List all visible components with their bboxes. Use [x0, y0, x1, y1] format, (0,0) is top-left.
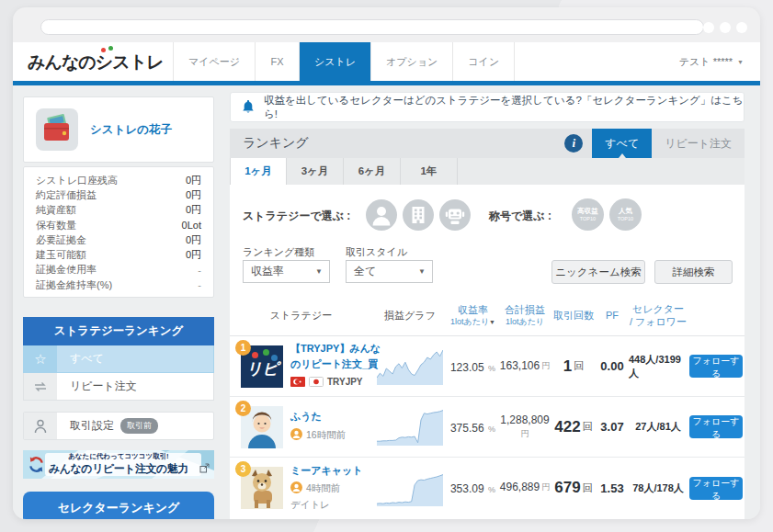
strategy-avatar[interactable]: 2 [241, 406, 283, 448]
building-strategy-icon[interactable] [403, 199, 434, 231]
star-icon: ☆ [24, 345, 57, 372]
stat-row: 建玉可能額0円 [36, 247, 201, 262]
person-strategy-icon[interactable] [366, 199, 397, 231]
trader-badge-icon [290, 427, 302, 444]
circular-arrows-icon [28, 456, 45, 477]
follow-button[interactable]: フォローする [689, 415, 743, 438]
stat-label: シストレ口座残高 [36, 174, 118, 187]
external-link-icon [199, 460, 210, 477]
period-tabs: 1ヶ月 3ヶ月 6ヶ月 1年 [230, 158, 745, 185]
popular-top10-badge[interactable]: 人気 TOP10 [609, 198, 642, 231]
tab-1year[interactable]: 1年 [401, 158, 458, 185]
sidebar-item-repeat-order[interactable]: リピート注文 [23, 373, 214, 401]
col-header-pf[interactable]: PF [596, 296, 629, 335]
stat-value: 0円 [186, 174, 201, 187]
profile-name-link[interactable]: シストレの花子 [90, 122, 172, 138]
stat-row: 約定評価損益0円 [36, 187, 201, 202]
robot-strategy-icon[interactable] [439, 199, 471, 231]
col-header-trades[interactable]: 取引回数 [551, 296, 596, 335]
tab-1month[interactable]: 1ヶ月 [230, 158, 287, 185]
ranking-type-value: 収益率 [251, 264, 284, 279]
strategy-ranking-menu-header[interactable]: ストラテジーランキング [23, 317, 214, 345]
follow-button[interactable]: フォローする [689, 355, 743, 378]
stat-value: - [198, 265, 201, 276]
nav-item-option[interactable]: オプション [370, 42, 452, 81]
notice-text: 収益を出しているセレクターはどのストラテジーを選択している?「セレクターランキン… [264, 94, 744, 121]
stat-row: 証拠金使用率- [36, 263, 201, 277]
toggle-repeat-order[interactable]: リピート注文 [652, 136, 745, 152]
stat-label: 約定評価損益 [36, 188, 97, 202]
stat-value: 0円 [186, 233, 201, 247]
col-header-profit[interactable]: 合計損益1lotあたり [498, 296, 551, 335]
detail-search-button[interactable]: 詳細検索 [654, 260, 733, 284]
tab-6months[interactable]: 6ヶ月 [344, 158, 401, 185]
chevron-down-icon: ▼ [737, 59, 744, 65]
selector-ranking-button[interactable]: セレクターランキング [23, 492, 214, 519]
title-badge-filters: 高収益 TOP10 人気 TOP10 [572, 198, 642, 231]
strategy-name-link[interactable]: ミーアキャット [290, 464, 363, 477]
browser-chrome [13, 7, 760, 42]
stat-label: 純資産額 [36, 203, 76, 217]
logo-green-dot-icon [108, 46, 113, 51]
app-logo[interactable]: みんなのシストレ [28, 51, 164, 74]
col-header-selector[interactable]: セレクター/ フォロワー [629, 296, 688, 335]
trade-style-select[interactable]: 全て ▼ [346, 260, 433, 283]
stat-label: 証拠金使用率 [36, 263, 97, 277]
strategy-ranking-menu: ストラテジーランキング ☆ すべて リピート注文 [23, 317, 214, 401]
rank-badge: 1 [235, 340, 251, 356]
nav-item-mypage[interactable]: マイページ [173, 42, 255, 81]
notice-bar[interactable]: 収益を出しているセレクターはどのストラテジーを選択している?「セレクターランキン… [230, 92, 745, 122]
nav-item-systre[interactable]: シストレ [299, 42, 370, 81]
profit-sparkline-chart [377, 470, 443, 506]
trade-style-label: 取引スタイル [346, 245, 407, 259]
nickname-search-button[interactable]: ニックネーム検索 [551, 260, 645, 284]
nav-item-coin[interactable]: コイン [452, 42, 515, 81]
sidebar-item-all[interactable]: ☆ すべて [23, 345, 214, 373]
trader-badge-icon [290, 481, 302, 497]
address-bar[interactable] [40, 19, 704, 35]
table-row: 2 ふうた 16時間前 [230, 397, 745, 458]
strategy-name-link[interactable]: 【TRYJPY】みんな [290, 342, 381, 355]
strategy-name-link[interactable]: ふうた [290, 410, 346, 423]
high-profit-top10-badge[interactable]: 高収益 TOP10 [572, 198, 604, 231]
user-menu[interactable]: テスト ***** ▼ [679, 42, 744, 81]
stat-label: 必要証拠金 [36, 233, 86, 247]
main-area: 収益を出しているセレクターはどのストラテジーを選択している?「セレクターランキン… [230, 85, 745, 519]
stat-row: 純資産額0円 [36, 203, 201, 218]
info-icon[interactable]: i [564, 134, 583, 153]
sort-icon: ▼ [489, 319, 495, 325]
tab-3months[interactable]: 3ヶ月 [287, 158, 344, 185]
window-control-icon[interactable] [736, 22, 747, 33]
profit-sparkline-chart [377, 348, 443, 385]
sidebar-item-label: すべて [57, 345, 213, 372]
repeat-icon [24, 373, 57, 400]
window-control-icon[interactable] [720, 22, 731, 33]
strategy-type-filters [366, 199, 471, 231]
strategy-name-link[interactable]: のリピート注文_買 [290, 357, 381, 370]
trade-settings-item[interactable]: 取引設定 取引前 [23, 412, 214, 440]
stat-label: 建玉可能額 [36, 248, 86, 262]
ranking-type-select[interactable]: 収益率 ▼ [243, 260, 330, 283]
repeat-order-banner[interactable]: あなたに代わってコツコツ取引! みんなのリピート注文の魅力 [23, 450, 214, 479]
col-header-graph: 損益グラフ [372, 296, 448, 335]
trade-style-tag: デイトレ [290, 499, 363, 512]
nav-item-fx[interactable]: FX [255, 42, 299, 81]
wallet-avatar[interactable] [36, 108, 78, 151]
badge-line1: 高収益 [577, 208, 598, 215]
account-stats-card: シストレ口座残高0円 約定評価損益0円 純資産額0円 保有数量0Lot 必要証拠… [23, 166, 214, 298]
strategy-avatar[interactable]: 3 [241, 467, 283, 509]
app-logo-text: みんなのシストレ [28, 52, 164, 72]
window-control-icon[interactable] [703, 22, 714, 33]
trade-settings-label: 取引設定 [70, 418, 114, 434]
stat-value: 0Lot [182, 220, 201, 231]
app-header: みんなのシストレ マイページ FX シストレ オプション コイン テスト ***… [13, 42, 760, 81]
stat-value: 0円 [186, 188, 201, 202]
sidebar-item-label: リピート注文 [57, 373, 213, 400]
window-controls[interactable] [703, 22, 747, 33]
page-content: シストレの花子 シストレ口座残高0円 約定評価損益0円 純資産額0円 保有数量0… [13, 85, 760, 519]
toggle-all[interactable]: すべて [592, 129, 652, 158]
col-header-rate[interactable]: 収益率 1lotあたり▼ [448, 296, 498, 335]
toggle-all-label: すべて [605, 136, 639, 152]
strategy-avatar[interactable]: 1 リピ [241, 345, 283, 388]
follow-button[interactable]: フォローする [689, 477, 743, 500]
